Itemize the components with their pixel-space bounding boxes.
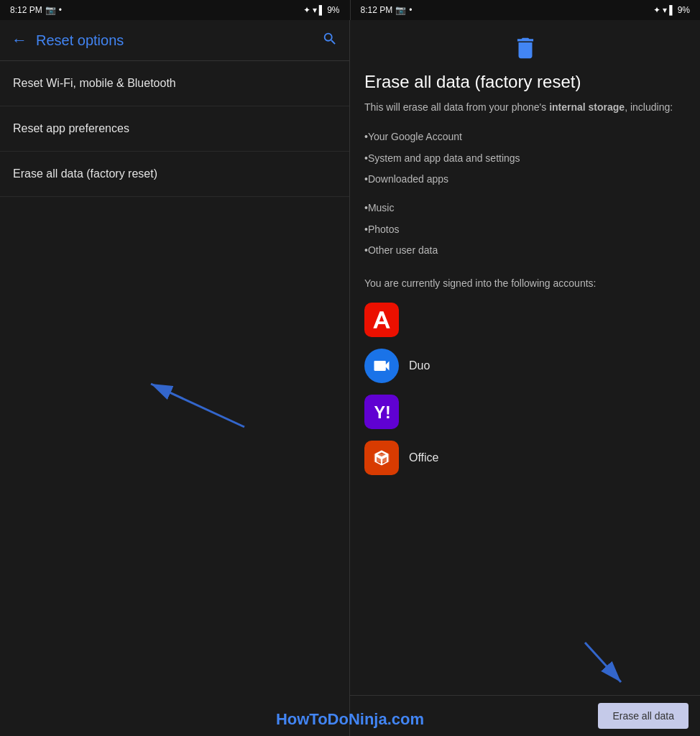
wifi-icon-right: ▾ — [663, 5, 667, 15]
accounts-label: You are currently signed into the follow… — [364, 276, 686, 291]
list-item: Y! — [364, 395, 686, 429]
status-time-right: 8:12 PM 📷 • — [361, 5, 413, 15]
bottom-bar: Erase all data — [350, 695, 700, 736]
list-item: Office — [364, 441, 686, 475]
menu-item-app-prefs[interactable]: Reset app preferences — [0, 106, 349, 152]
bluetooth-icon: ✦ — [303, 5, 310, 15]
right-panel: Erase all data (factory reset) This will… — [350, 20, 700, 736]
erase-all-data-button[interactable]: Erase all data — [598, 703, 689, 729]
status-bar-left: 8:12 PM 📷 • ✦ ▾ ▌ 9% — [0, 0, 351, 20]
duo-logo — [372, 356, 392, 376]
dot-icon: • — [59, 5, 62, 15]
dot-icon-right: • — [409, 5, 412, 15]
list-item: Duo — [364, 349, 686, 383]
status-icons-left: ✦ ▾ ▌ 9% — [303, 5, 340, 15]
toolbar: ← Reset options — [0, 20, 349, 60]
signal-icon-right: ▌ — [669, 5, 676, 15]
camera-icon-right: 📷 — [395, 5, 406, 15]
erase-title: Erase all data (factory reset) — [364, 70, 686, 93]
left-panel: ← Reset options Reset Wi-Fi, mobile & Bl… — [0, 20, 350, 736]
list-item — [364, 303, 686, 337]
bullet-list-2: •Music •Photos •Other user data — [364, 198, 686, 262]
bluetooth-icon-right: ✦ — [653, 5, 660, 15]
right-content: Erase all data (factory reset) This will… — [350, 20, 700, 695]
bullet-list: •Your Google Account •System and app dat… — [364, 126, 686, 190]
status-bar: 8:12 PM 📷 • ✦ ▾ ▌ 9% 8:12 PM 📷 • ✦ ▾ ▌ 9… — [0, 0, 700, 20]
office-label: Office — [409, 451, 439, 464]
camera-icon: 📷 — [45, 5, 56, 15]
bullet-google: •Your Google Account — [364, 126, 686, 148]
svg-text:Y!: Y! — [374, 403, 391, 422]
wifi-icon: ▾ — [313, 5, 317, 15]
back-button[interactable]: ← — [11, 32, 27, 48]
status-bar-right: 8:12 PM 📷 • ✦ ▾ ▌ 9% — [351, 0, 701, 20]
status-time-left: 8:12 PM 📷 • — [10, 5, 62, 15]
yahoo-icon: Y! — [364, 395, 399, 429]
duo-label: Duo — [409, 359, 430, 372]
menu-item-wifi[interactable]: Reset Wi-Fi, mobile & Bluetooth — [0, 61, 349, 106]
trash-icon-container — [364, 34, 686, 62]
yahoo-logo: Y! — [372, 402, 392, 422]
bullet-apps: •Downloaded apps — [364, 169, 686, 190]
annotation-arrow-left — [129, 369, 273, 441]
office-logo — [372, 448, 392, 468]
search-icon — [322, 31, 338, 47]
signal-icon: ▌ — [319, 5, 326, 15]
page-title: Reset options — [36, 32, 313, 49]
left-annotation-area — [0, 197, 349, 736]
main-panels: ← Reset options Reset Wi-Fi, mobile & Bl… — [0, 20, 700, 736]
trash-icon — [512, 34, 539, 62]
adobe-logo — [372, 310, 392, 330]
accounts-section: You are currently signed into the follow… — [364, 276, 686, 475]
bullet-music: •Music — [364, 198, 686, 219]
search-button[interactable] — [322, 31, 338, 50]
status-icons-right: ✦ ▾ ▌ 9% — [653, 5, 690, 15]
erase-description: This will erase all data from your phone… — [364, 100, 686, 115]
menu-item-factory-reset[interactable]: Erase all data (factory reset) — [0, 152, 349, 197]
svg-line-1 — [151, 384, 244, 427]
bullet-userdata: •Other user data — [364, 240, 686, 262]
bullet-photos: •Photos — [364, 219, 686, 241]
duo-icon — [364, 349, 399, 383]
office-icon — [364, 441, 399, 475]
bullet-system: •System and app data and settings — [364, 148, 686, 170]
adobe-icon — [364, 303, 399, 337]
